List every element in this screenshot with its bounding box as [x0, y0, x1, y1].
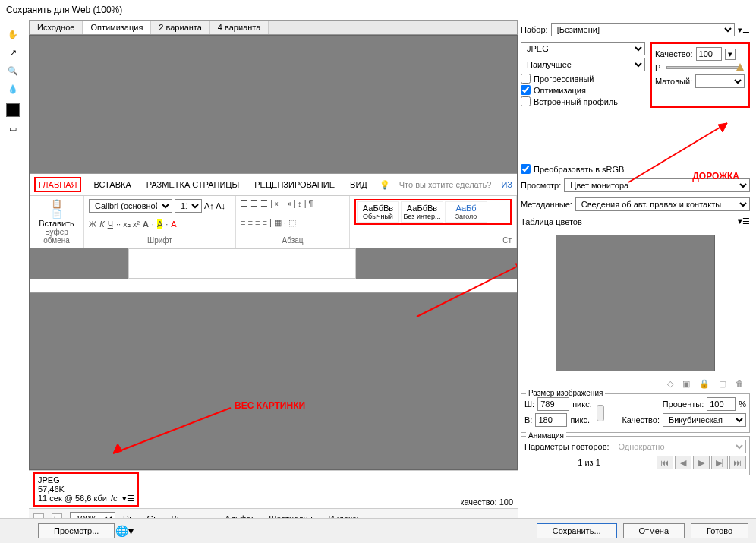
- prev-frame-icon[interactable]: ◀: [675, 456, 691, 469]
- resample-label: Качество:: [622, 415, 660, 425]
- metadata-label: Метаданные:: [521, 200, 572, 209]
- animation-panel: Анимация Параметры повторов: Однократно …: [521, 436, 750, 475]
- loop-label: Параметры повторов:: [524, 442, 610, 451]
- quality-slider[interactable]: [666, 66, 742, 69]
- cancel-button[interactable]: Отмена: [623, 523, 685, 538]
- word-tab-insert: ВСТАВКА: [90, 178, 134, 191]
- height-input[interactable]: [535, 413, 567, 427]
- progressive-label: Прогрессивный: [534, 74, 594, 84]
- color-table: [556, 235, 715, 371]
- info-format: JPEG: [38, 475, 134, 485]
- image-size-panel: Размер изображения Ш:пикс. В:пикс. Проце…: [521, 393, 750, 433]
- word-tab-review: РЕЦЕНЗИРОВАНИЕ: [251, 178, 338, 191]
- quality-input[interactable]: [696, 47, 722, 61]
- play-icon[interactable]: ▶: [693, 456, 710, 469]
- tab-2up[interactable]: 2 варианта: [151, 21, 210, 34]
- toggle-slices-icon[interactable]: ▭: [5, 120, 21, 137]
- foreground-color-swatch[interactable]: [6, 103, 20, 117]
- svg-marker-5: [718, 123, 727, 132]
- slice-tool[interactable]: ↗: [5, 44, 21, 61]
- word-iz: ИЗ: [501, 180, 512, 189]
- last-frame-icon[interactable]: ⏭: [729, 456, 746, 469]
- window-title: Сохранить для Web (100%): [0, 0, 756, 20]
- done-button[interactable]: Готово: [691, 523, 748, 538]
- group-clipboard-label: Буфер обмена: [34, 228, 79, 245]
- tool-palette: ✋ ↗ 🔍 💧 ▭: [0, 20, 26, 529]
- preview-label: Просмотр:: [521, 181, 561, 190]
- embedded-document: ГЛАВНАЯ ВСТАВКА РАЗМЕТКА СТРАНИЦЫ РЕЦЕНЗ…: [30, 173, 517, 293]
- optimized-label: Оптимизация: [534, 86, 586, 95]
- quality-label: Качество:: [655, 49, 693, 58]
- color-table-menu-icon[interactable]: ▾☰: [738, 216, 750, 226]
- first-frame-icon[interactable]: ⏮: [657, 456, 673, 469]
- group-styles-label: Ст: [354, 236, 512, 245]
- browser-icon[interactable]: 🌐▾: [115, 525, 134, 537]
- percent-input[interactable]: [707, 397, 736, 411]
- quality-preset-select[interactable]: Наилучшее: [521, 58, 645, 71]
- info-quality: качество: 100: [460, 497, 513, 507]
- image-preview[interactable]: ГЛАВНАЯ ВСТАВКА РАЗМЕТКА СТРАНИЦЫ РЕЦЕНЗ…: [29, 35, 518, 470]
- preset-select[interactable]: [Безимени]: [551, 23, 735, 36]
- tell-me: Что вы хотите сделать?: [399, 180, 492, 189]
- format-select[interactable]: JPEG: [521, 42, 645, 55]
- color-table-label: Таблица цветов: [521, 217, 582, 226]
- svg-line-2: [113, 408, 231, 453]
- embed-profile-label: Встроенный профиль: [534, 97, 618, 106]
- optimized-checkbox[interactable]: [521, 85, 531, 95]
- info-size: 57,46K: [38, 485, 134, 494]
- hand-tool[interactable]: ✋: [5, 26, 21, 43]
- loop-select[interactable]: Однократно: [613, 440, 746, 453]
- annotation-weight: ВЕС КАРТИНКИ: [235, 400, 305, 411]
- word-tab-home: ГЛАВНАЯ: [34, 177, 81, 192]
- progressive-checkbox[interactable]: [521, 74, 531, 84]
- group-font-label: Шрифт: [89, 236, 231, 245]
- word-tab-view: ВИД: [347, 178, 370, 191]
- preview-button[interactable]: Просмотр...: [38, 523, 115, 538]
- embed-profile-checkbox[interactable]: [521, 96, 531, 106]
- width-input[interactable]: [537, 397, 569, 411]
- eyedropper-tool[interactable]: 💧: [5, 81, 21, 97]
- font-size-select: 11: [175, 199, 202, 213]
- trash-icon[interactable]: 🗑: [736, 379, 744, 389]
- srgb-label: Преобразовать в sRGB: [534, 165, 624, 174]
- ct-icon-2[interactable]: ▣: [682, 379, 690, 389]
- zoom-tool[interactable]: 🔍: [5, 62, 21, 79]
- svg-marker-3: [113, 444, 122, 453]
- animation-title: Анимация: [526, 431, 566, 440]
- paste-button: Вставить: [34, 219, 79, 228]
- settings-panel: Набор: [Безимени] ▾☰ JPEG Наилучшее Прог…: [521, 20, 756, 529]
- percent-label: Проценты:: [663, 399, 704, 409]
- matte-select[interactable]: [695, 74, 745, 88]
- tab-4up[interactable]: 4 варианта: [210, 21, 269, 34]
- optimization-info: JPEG 57,46K 11 сек @ 56,6 кбит/с ▾☰ каче…: [29, 470, 518, 508]
- tab-original[interactable]: Исходное: [30, 21, 83, 34]
- image-size-title: Размер изображения: [526, 389, 605, 397]
- dialog-footer: Просмотр... 🌐▾ Сохранить... Отмена Готов…: [0, 518, 756, 543]
- preset-label: Набор:: [521, 25, 548, 34]
- tab-optimized[interactable]: Оптимизация: [83, 21, 151, 34]
- matte-label: Матовый:: [655, 77, 692, 86]
- annotation-track: ДОРОЖКА: [692, 171, 739, 182]
- ct-icon-1[interactable]: ◇: [667, 379, 673, 389]
- px-label-2: пикс.: [570, 415, 590, 425]
- save-button[interactable]: Сохранить...: [537, 523, 617, 538]
- metadata-select[interactable]: Сведения об авт. правах и контакты: [575, 197, 750, 211]
- quality-dropdown-icon[interactable]: ▾: [725, 49, 736, 60]
- ct-icon-3[interactable]: 🔒: [699, 379, 710, 389]
- h-label: В:: [524, 415, 532, 425]
- info-time: 11 сек @ 56,6 кбит/с: [38, 494, 118, 503]
- ct-icon-4[interactable]: ▢: [719, 379, 726, 389]
- px-label-1: пикс.: [572, 399, 592, 409]
- next-frame-icon[interactable]: ▶|: [711, 456, 728, 469]
- w-label: Ш:: [524, 399, 534, 409]
- srgb-checkbox[interactable]: [521, 164, 531, 174]
- group-para-label: Абзац: [241, 236, 345, 245]
- resample-select[interactable]: Бикубическая: [663, 413, 746, 427]
- font-name-select: Calibri (основной): [89, 199, 172, 213]
- percent-suffix: %: [739, 399, 746, 409]
- panel-menu-icon[interactable]: ▾☰: [738, 25, 750, 35]
- link-icon[interactable]: [597, 405, 604, 421]
- frame-counter: 1 из 1: [578, 458, 600, 467]
- styles-gallery: АаБбВвОбычный АаБбВвБез интер... АаБбЗаг…: [354, 199, 512, 225]
- blur-label: Р: [655, 63, 660, 72]
